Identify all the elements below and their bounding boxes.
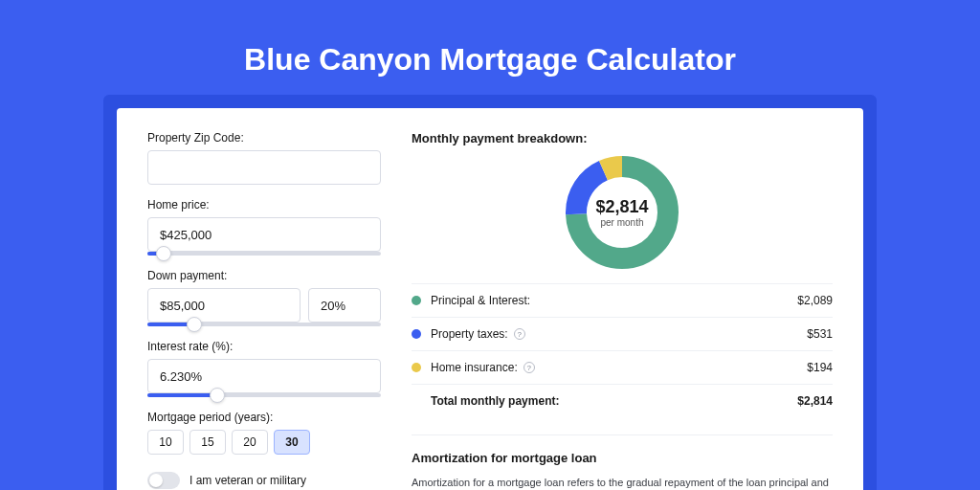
donut-wrap: $2,814 per month	[412, 153, 833, 272]
period-15-button[interactable]: 15	[189, 430, 226, 455]
legend-row-taxes: Property taxes: ? $531	[412, 318, 833, 351]
panel-wrapper: Property Zip Code: Home price: Down paym…	[103, 95, 877, 490]
veteran-row: I am veteran or military	[147, 472, 381, 489]
period-20-button[interactable]: 20	[232, 430, 268, 455]
legend-label: Home insurance: ?	[431, 361, 807, 374]
legend-row-insurance: Home insurance: ? $194	[412, 351, 833, 385]
field-interest: Interest rate (%):	[147, 340, 381, 397]
legend-row-total: Total monthly payment: $2,814	[412, 385, 833, 417]
legend-row-principal: Principal & Interest: $2,089	[412, 284, 833, 318]
home-price-label: Home price:	[147, 198, 381, 212]
donut-chart: $2,814 per month	[563, 153, 681, 272]
dot-icon	[412, 296, 421, 305]
legend-label: Principal & Interest:	[431, 294, 797, 307]
legend-label: Property taxes: ?	[431, 327, 807, 341]
down-payment-input[interactable]	[147, 288, 301, 323]
period-group: 10 15 20 30	[147, 430, 381, 455]
veteran-label: I am veteran or military	[189, 474, 306, 487]
donut-center: $2,814 per month	[563, 153, 681, 272]
field-period: Mortgage period (years): 10 15 20 30	[147, 411, 381, 455]
period-label: Mortgage period (years):	[147, 411, 381, 424]
total-value: $2,814	[797, 394, 833, 408]
toggle-knob	[149, 474, 163, 487]
interest-label: Interest rate (%):	[147, 340, 381, 353]
field-zip: Property Zip Code:	[147, 131, 381, 185]
zip-input[interactable]	[147, 150, 381, 185]
amortization-text: Amortization for a mortgage loan refers …	[412, 475, 833, 490]
donut-sub: per month	[600, 217, 643, 228]
slider-thumb[interactable]	[187, 317, 202, 332]
legend-value: $531	[807, 327, 833, 341]
breakdown-column: Monthly payment breakdown: $2,814 per mo…	[412, 131, 833, 490]
zip-label: Property Zip Code:	[147, 131, 381, 145]
page-title: Blue Canyon Mortgage Calculator	[0, 0, 980, 95]
info-icon[interactable]: ?	[514, 328, 525, 340]
veteran-toggle[interactable]	[147, 472, 180, 489]
legend-value: $194	[807, 361, 833, 374]
total-label: Total monthly payment:	[431, 394, 797, 408]
down-payment-slider[interactable]	[147, 323, 381, 326]
amortization-title: Amortization for mortgage loan	[412, 434, 833, 465]
donut-amount: $2,814	[595, 197, 648, 217]
period-30-button[interactable]: 30	[274, 430, 310, 455]
down-payment-label: Down payment:	[147, 269, 381, 282]
info-icon[interactable]: ?	[523, 362, 535, 373]
interest-input[interactable]	[147, 359, 381, 393]
home-price-input[interactable]	[147, 217, 381, 252]
calculator-panel: Property Zip Code: Home price: Down paym…	[117, 108, 863, 490]
form-column: Property Zip Code: Home price: Down paym…	[147, 131, 381, 490]
legend: Principal & Interest: $2,089 Property ta…	[412, 283, 833, 417]
slider-thumb[interactable]	[156, 246, 171, 261]
home-price-slider[interactable]	[147, 252, 381, 256]
field-home-price: Home price:	[147, 198, 381, 256]
field-down-payment: Down payment:	[147, 269, 381, 326]
dot-icon	[412, 363, 421, 372]
slider-thumb[interactable]	[210, 388, 225, 403]
interest-slider[interactable]	[147, 393, 381, 397]
breakdown-title: Monthly payment breakdown:	[412, 131, 833, 145]
down-payment-pct-input[interactable]	[308, 288, 381, 323]
period-10-button[interactable]: 10	[147, 430, 184, 455]
dot-icon	[412, 329, 421, 339]
legend-value: $2,089	[797, 294, 833, 307]
